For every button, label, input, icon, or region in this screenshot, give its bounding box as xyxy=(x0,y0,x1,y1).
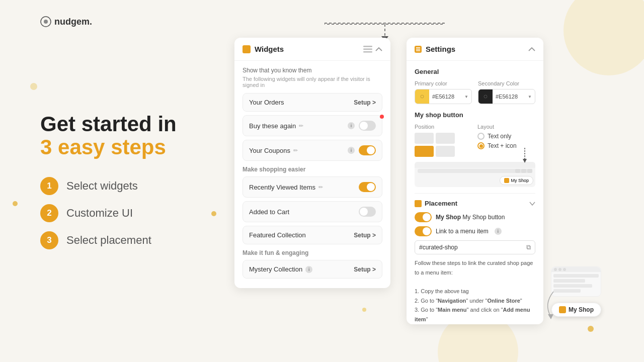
info-icon-buy-again[interactable]: i xyxy=(348,122,355,129)
floating-myshop-text: My Shop xyxy=(569,306,594,313)
widget-coupons-right: i xyxy=(348,145,376,155)
primary-color-swatch xyxy=(415,89,429,104)
layout-text-only[interactable]: Text only xyxy=(477,133,535,140)
myshop-placement-text: My Shop My Shop button xyxy=(436,214,505,221)
pos-layout-row: Position Layout Text only xyxy=(415,124,535,157)
toggle-buy-again[interactable] xyxy=(359,121,376,131)
widget-orders-right: Setup > xyxy=(354,99,376,106)
headline-line1: Get started in xyxy=(40,112,177,136)
myshop-strong: My Shop xyxy=(436,214,461,221)
step-num-1: 1 xyxy=(40,177,58,195)
info-icon-link[interactable]: i xyxy=(495,228,502,235)
headline: Get started in 3 easy steps xyxy=(40,113,191,159)
copy-icon[interactable]: ⧉ xyxy=(526,243,531,251)
svg-rect-10 xyxy=(416,49,420,50)
widget-row-mystery[interactable]: Mystery Collection i Setup > xyxy=(243,260,382,279)
section1-desc: The following widgets will only appear i… xyxy=(243,76,382,88)
pencil-icon-recently: ✏ xyxy=(318,184,323,191)
pos-cell-tr[interactable] xyxy=(436,133,455,144)
mockup-shop-text: My Shop xyxy=(511,178,529,183)
widget-featured-right: Setup > xyxy=(354,232,376,239)
widget-row-featured[interactable]: Featured Collection Setup > xyxy=(243,226,382,244)
featured-setup-btn[interactable]: Setup > xyxy=(354,232,376,239)
my-shop-section: My shop button Position Layout xyxy=(415,111,535,187)
widget-row-recently-viewed[interactable]: Recently Viewed Items ✏ xyxy=(243,176,382,198)
primary-color-label: Primary color xyxy=(415,80,472,86)
info-icon-coupons[interactable]: i xyxy=(348,147,355,154)
widget-mystery-right: Setup > xyxy=(354,266,376,273)
placement-header[interactable]: Placement xyxy=(415,200,535,207)
pos-cell-tl[interactable] xyxy=(415,133,434,144)
list-icon[interactable] xyxy=(363,46,372,53)
mockup-browser-dot2 xyxy=(558,268,561,271)
svg-rect-11 xyxy=(416,50,420,51)
mockup-shop-button: My Shop xyxy=(500,176,533,185)
steps-list: 1 Select widgets 2 Customize UI 3 Select… xyxy=(40,177,191,249)
color-row: Primary color #E56128 ▼ Secondary Color … xyxy=(415,80,535,104)
widget-added-cart-right xyxy=(359,207,376,217)
secondary-color-input[interactable]: #E56128 ▼ xyxy=(478,89,535,104)
instruction-2: 2. Go to "Navigation" under "Online Stor… xyxy=(415,296,535,306)
step-num-2: 2 xyxy=(40,204,58,222)
primary-color-value: #E56128 xyxy=(429,94,464,100)
primary-color-arrow: ▼ xyxy=(464,95,471,99)
radio-text-icon[interactable] xyxy=(477,142,485,149)
toggle-coupons[interactable] xyxy=(359,145,376,155)
instructions: Follow these steps to link the curated s… xyxy=(415,258,535,324)
pos-cell-bl[interactable] xyxy=(415,146,434,157)
layout-options: Text only Text + icon xyxy=(477,133,535,149)
svg-rect-4 xyxy=(325,23,444,24)
secondary-color-arrow: ▼ xyxy=(528,95,535,99)
toggle-added-cart[interactable] xyxy=(359,207,376,217)
section2-title: Make shopping easier xyxy=(243,166,382,173)
toggle-recently-viewed[interactable] xyxy=(359,182,376,192)
settings-chevron-up[interactable] xyxy=(528,47,535,51)
widget-row-buy-again[interactable]: Buy these again ✏ i xyxy=(243,115,382,136)
settings-icon xyxy=(415,46,422,53)
toggle-myshop-placement[interactable] xyxy=(415,212,432,222)
floating-myshop-btn: My Shop xyxy=(551,303,601,317)
placement-chevron[interactable] xyxy=(529,202,535,206)
mystery-setup-btn[interactable]: Setup > xyxy=(354,266,376,273)
widgets-panel-icon xyxy=(243,45,251,53)
widgets-panel-body: Show that you know them The following wi… xyxy=(234,61,390,288)
panel-header-icons[interactable] xyxy=(363,46,382,53)
step-item-3: 3 Select placement xyxy=(40,231,191,249)
widgets-title-text: Widgets xyxy=(255,45,284,53)
layout-sub-label: Layout xyxy=(477,124,535,130)
widget-featured-name: Featured Collection xyxy=(249,231,306,239)
deco-dot-5 xyxy=(588,326,594,332)
step-label-2: Customize UI xyxy=(66,207,133,220)
primary-color-input[interactable]: #E56128 ▼ xyxy=(415,89,472,104)
svg-point-1 xyxy=(44,20,48,24)
primary-color-field: Primary color #E56128 ▼ xyxy=(415,80,472,104)
orders-setup-btn[interactable]: Setup > xyxy=(354,99,376,106)
step-item-2: 2 Customize UI xyxy=(40,204,191,222)
widget-row-added-cart[interactable]: Added to Cart xyxy=(243,201,382,222)
radio-text-only[interactable] xyxy=(477,133,485,140)
widget-row-coupons[interactable]: Your Coupons ✏ i xyxy=(243,140,382,161)
mockup-shop-icon xyxy=(504,178,509,183)
link-menu-text: Link to a menu item xyxy=(436,228,489,235)
mockup-browser xyxy=(551,266,601,297)
chevron-up-icon[interactable] xyxy=(375,47,382,51)
widget-recently-viewed-name: Recently Viewed Items ✏ xyxy=(249,184,323,191)
svg-point-12 xyxy=(421,95,424,98)
my-shop-label: My shop button xyxy=(415,111,535,119)
floating-myshop-icon xyxy=(559,306,566,313)
position-grid[interactable] xyxy=(415,133,455,157)
toggle-link-menu[interactable] xyxy=(415,226,432,236)
placement-link-row: Link to a menu item i xyxy=(415,226,535,236)
pencil-icon-buy-again: ✏ xyxy=(299,123,303,129)
pos-cell-br[interactable] xyxy=(436,146,455,157)
settings-panel: Settings General Primary color #E56128 ▼… xyxy=(407,38,543,324)
widget-row-orders[interactable]: Your Orders Setup > xyxy=(243,93,382,112)
logo-text: nudgem. xyxy=(54,17,92,27)
mockup-browser-bar xyxy=(551,267,601,272)
info-icon-mystery[interactable]: i xyxy=(305,266,312,273)
settings-title: Settings xyxy=(415,45,455,53)
tag-input[interactable]: #curated-shop ⧉ xyxy=(415,240,535,254)
placement-title-text: Placement xyxy=(425,200,457,207)
svg-rect-9 xyxy=(416,47,420,48)
widget-added-cart-name: Added to Cart xyxy=(249,208,289,216)
